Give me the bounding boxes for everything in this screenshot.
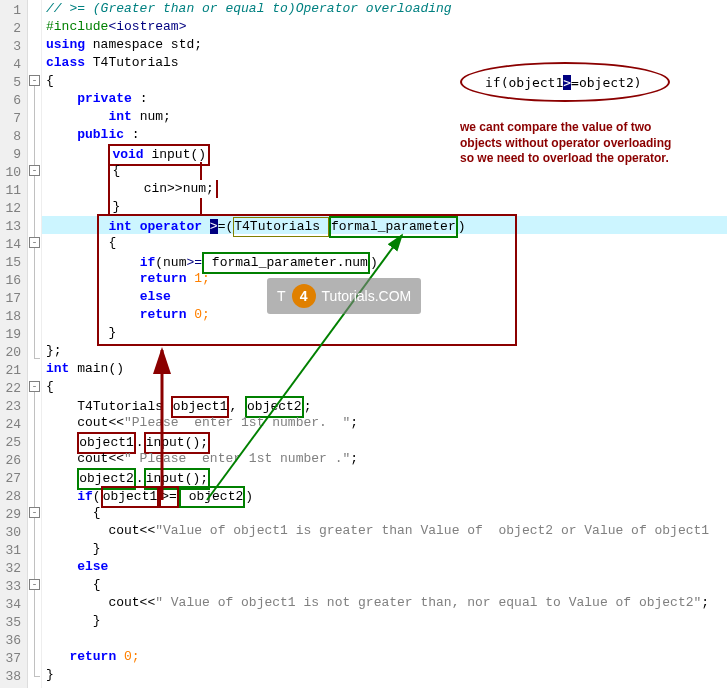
- code-text: void: [112, 147, 143, 162]
- code-text: T4Tutorials: [46, 399, 171, 414]
- code-text: // >= (Greater than or equal to)Operator…: [46, 1, 452, 16]
- line-number: 31: [4, 542, 21, 560]
- line-number: 25: [4, 434, 21, 452]
- line-number: 38: [4, 668, 21, 686]
- line-number: 22: [4, 380, 21, 398]
- code-text: input(): [144, 147, 206, 162]
- code-text: ;: [350, 415, 358, 430]
- code-text: .: [136, 435, 144, 450]
- line-number: 7: [4, 110, 21, 128]
- fold-box[interactable]: -: [29, 507, 40, 518]
- line-number: 19: [4, 326, 21, 344]
- fold-box[interactable]: -: [29, 381, 40, 392]
- line-number: 36: [4, 632, 21, 650]
- code-text: if: [108, 255, 155, 270]
- code-text: ;: [350, 451, 358, 466]
- note-line: we cant compare the value of two: [460, 120, 700, 136]
- code-text: (: [93, 489, 101, 504]
- line-number: 34: [4, 596, 21, 614]
- code-text: {: [46, 577, 101, 592]
- line-number: 28: [4, 488, 21, 506]
- code-text: "Please enter 1st number. ": [124, 415, 350, 430]
- line-number: 17: [4, 290, 21, 308]
- code-text: :: [132, 91, 148, 106]
- code-text: ): [245, 489, 253, 504]
- code-editor: 1234567891011121314151617181920212223242…: [0, 0, 727, 688]
- code-text: <iostream>: [108, 19, 186, 34]
- fold-box[interactable]: -: [29, 165, 40, 176]
- note-line: objects without operator overloading: [460, 136, 700, 152]
- line-number: 14: [4, 236, 21, 254]
- line-number: 8: [4, 128, 21, 146]
- line-number: 12: [4, 200, 21, 218]
- line-number: 15: [4, 254, 21, 272]
- code-text: " Please enter 1st number .": [124, 451, 350, 466]
- annotation-note: we cant compare the value of two objects…: [460, 120, 700, 167]
- code-text: object2: [79, 471, 134, 486]
- code-text: cin>>num;: [112, 181, 213, 196]
- line-number: 1: [4, 2, 21, 20]
- line-number-gutter: 1234567891011121314151617181920212223242…: [0, 0, 28, 688]
- line-number: 10: [4, 164, 21, 182]
- line-number: 29: [4, 506, 21, 524]
- watermark: T 4 Tutorials.COM: [267, 278, 421, 314]
- line-number: 9: [4, 146, 21, 164]
- note-line: so we need to overload the operator.: [460, 151, 700, 167]
- line-number: 3: [4, 38, 21, 56]
- code-text: cout<<: [46, 523, 155, 538]
- code-text: {: [46, 73, 54, 88]
- code-text: if: [46, 489, 93, 504]
- code-text: =(: [218, 219, 234, 234]
- code-text: (num: [155, 255, 186, 270]
- code-text: 0;: [186, 307, 209, 322]
- code-text: #include: [46, 19, 108, 34]
- selection: >: [563, 75, 571, 90]
- code-text: namespace std;: [85, 37, 202, 52]
- line-number: 27: [4, 470, 21, 488]
- line-number: 5: [4, 74, 21, 92]
- code-area[interactable]: // >= (Greater than or equal to)Operator…: [42, 0, 727, 688]
- fold-box[interactable]: -: [29, 237, 40, 248]
- line-number: 23: [4, 398, 21, 416]
- line-number: 30: [4, 524, 21, 542]
- code-text: 0;: [116, 649, 139, 664]
- code-text: class: [46, 55, 85, 70]
- code-text: int: [108, 219, 131, 234]
- line-number: 21: [4, 362, 21, 380]
- code-text: operator: [132, 219, 210, 234]
- code-text: else: [46, 559, 108, 574]
- highlight-box: }: [108, 198, 202, 218]
- code-text: }: [46, 613, 101, 628]
- line-number: 11: [4, 182, 21, 200]
- code-text: int: [46, 361, 69, 376]
- line-number: 6: [4, 92, 21, 110]
- code-text: }: [46, 667, 54, 682]
- line-number: 33: [4, 578, 21, 596]
- code-text: ,: [229, 399, 245, 414]
- highlight-box: cin>>num;: [108, 180, 217, 198]
- line-number: 18: [4, 308, 21, 326]
- code-text: }: [46, 541, 101, 556]
- code-text: return: [46, 649, 116, 664]
- code-text: object1: [79, 435, 134, 450]
- code-text: return: [108, 271, 186, 286]
- code-text: int: [46, 109, 132, 124]
- code-text: public: [46, 127, 124, 142]
- line-number: 20: [4, 344, 21, 362]
- annotation-code: if(object1>=object2): [485, 75, 642, 92]
- watermark-text: T: [277, 288, 286, 304]
- code-text: num;: [132, 109, 171, 124]
- line-number: 16: [4, 272, 21, 290]
- line-number: 13: [4, 218, 21, 236]
- line-number: 24: [4, 416, 21, 434]
- line-number: 32: [4, 560, 21, 578]
- highlight-box: {: [108, 162, 202, 180]
- code-text: }: [108, 325, 116, 340]
- fold-box[interactable]: -: [29, 579, 40, 590]
- code-text: T4Tutorials: [85, 55, 179, 70]
- code-text: else: [108, 289, 170, 304]
- fold-box[interactable]: -: [29, 75, 40, 86]
- code-text: .: [136, 471, 144, 486]
- code-text: cout<<: [46, 415, 124, 430]
- code-text: ;: [304, 399, 312, 414]
